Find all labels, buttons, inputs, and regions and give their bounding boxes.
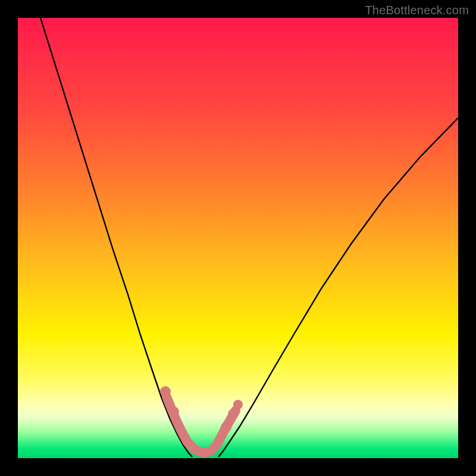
- chart-frame: TheBottleneck.com: [0, 0, 476, 476]
- dot-mid-left: [168, 406, 179, 417]
- curve-layer: [18, 18, 458, 458]
- bottleneck-curve-right: [218, 118, 458, 457]
- dot-right-top: [233, 400, 243, 409]
- watermark-label: TheBottleneck.com: [365, 4, 469, 17]
- dot-top-left: [160, 386, 171, 397]
- dot-right-upper: [228, 409, 239, 419]
- plot-area: [18, 18, 458, 458]
- dot-right-lower: [221, 422, 231, 433]
